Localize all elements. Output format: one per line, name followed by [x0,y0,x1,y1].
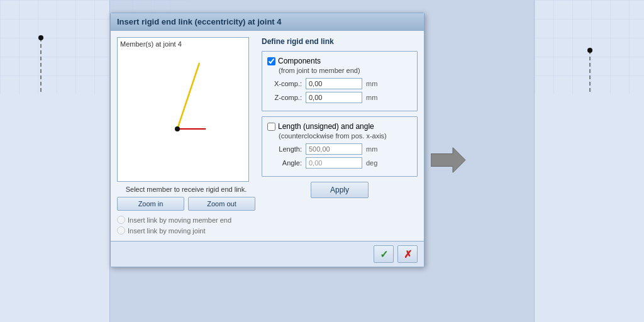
dialog: Insert rigid end link (eccentricity) at … [110,13,425,267]
radio-move-member-end-label: Insert link by moving member end [128,216,231,224]
components-checkbox[interactable] [267,57,275,65]
member-box-label: Member(s) at joint 4 [120,40,182,48]
svg-point-12 [587,48,592,53]
svg-line-6 [177,63,199,129]
length-angle-checkbox-row: Length (unsigned) and angle [267,122,412,131]
components-section: Components (from joint to member end) X-… [262,51,418,111]
zoom-in-button[interactable]: Zoom in [117,197,184,211]
length-input[interactable] [306,143,362,155]
x-comp-unit: mm [366,80,381,87]
right-arrow-icon [431,148,469,173]
dialog-title: Insert rigid end link (eccentricity) at … [117,17,282,26]
x-comp-input[interactable] [306,78,362,89]
length-angle-sublabel: (counterclockwise from pos. x-axis) [279,132,412,140]
member-preview-box: Member(s) at joint 4 [117,37,249,182]
right-grid [535,0,644,94]
angle-label: Angle: [267,159,302,167]
z-comp-label: Z-comp.: [267,94,302,101]
components-label: Components [278,57,321,65]
angle-input[interactable] [306,157,362,169]
ok-button[interactable]: ✓ [374,245,394,263]
section-title: Define rigid end link [262,37,418,46]
angle-row: Angle: deg [267,157,412,169]
radio-move-joint-label: Insert link by moving joint [128,227,206,235]
length-unit: mm [366,145,381,153]
right-dialog-panel: Define rigid end link Components (from j… [262,37,418,235]
dialog-footer: ✓ ✗ [111,241,424,267]
dialog-titlebar: Insert rigid end link (eccentricity) at … [111,13,424,31]
z-comp-input[interactable] [306,92,362,103]
right-canvas [534,0,644,322]
apply-button[interactable]: Apply [311,182,369,198]
zoom-out-button[interactable]: Zoom out [188,197,255,211]
left-dialog-panel: Member(s) at joint 4 Select member to re… [117,37,255,235]
z-comp-row: Z-comp.: mm [267,92,412,103]
member-preview-svg [118,38,250,182]
x-comp-row: X-comp.: mm [267,78,412,89]
radio-move-member-end[interactable]: Insert link by moving member end [117,216,255,224]
angle-unit: deg [366,159,381,167]
length-angle-checkbox[interactable] [267,123,275,131]
z-comp-unit: mm [366,94,381,101]
svg-marker-9 [431,148,465,173]
arrow-container [431,148,469,175]
components-sublabel: (from joint to member end) [279,67,412,74]
svg-rect-10 [535,0,644,94]
zoom-buttons: Zoom in Zoom out [117,197,255,211]
cancel-button[interactable]: ✗ [397,245,418,263]
components-checkbox-row: Components [267,57,412,65]
radio-move-joint[interactable]: Insert link by moving joint [117,226,255,235]
radio-move-member-end-input[interactable] [117,216,125,224]
left-canvas [0,0,110,322]
length-label: Length: [267,145,302,153]
length-row: Length: mm [267,143,412,155]
length-angle-section: Length (unsigned) and angle (countercloc… [262,116,418,177]
select-member-text: Select member to receive rigid end link. [117,186,255,193]
length-angle-label: Length (unsigned) and angle [278,122,374,131]
svg-point-8 [175,126,180,131]
radio-move-joint-input[interactable] [117,226,125,235]
dialog-content: Member(s) at joint 4 Select member to re… [111,31,424,241]
svg-point-3 [38,35,43,40]
x-comp-label: X-comp.: [267,80,302,87]
dialog-overlay: Insert rigid end link (eccentricity) at … [110,0,534,322]
radio-group: Insert link by moving member end Insert … [117,216,255,235]
